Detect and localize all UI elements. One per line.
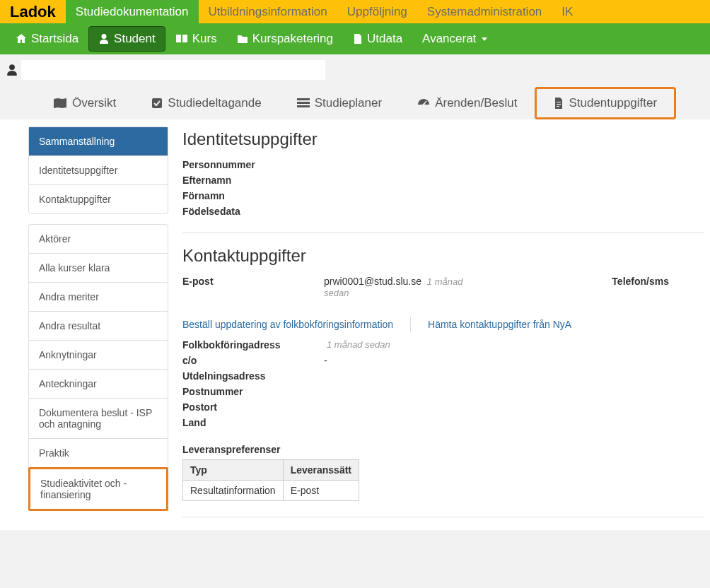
prefs-col-typ: Typ <box>183 460 284 481</box>
logo: Ladok <box>0 0 66 23</box>
svg-rect-0 <box>152 98 162 108</box>
link-bestall-folkbok[interactable]: Beställ uppdatering av folkbokföringsinf… <box>182 319 393 330</box>
book-icon <box>175 34 188 44</box>
header-area: Översikt Studiedeltagande Studieplaner Ä… <box>0 54 710 119</box>
tab-studieplaner-label: Studieplaner <box>315 96 382 110</box>
value-epost: prwi0001@stud.slu.se 1 månad sedan <box>324 276 465 298</box>
divider <box>182 233 704 233</box>
nav-student[interactable]: Student <box>88 26 165 52</box>
divider-bottom <box>182 517 704 517</box>
label-postnummer: Postnummer <box>182 386 324 397</box>
nav-utdata-label: Utdata <box>367 32 402 46</box>
home-icon <box>16 33 27 45</box>
sidebar-item-aktorer[interactable]: Aktörer <box>29 225 168 254</box>
nav-utdata[interactable]: Utdata <box>343 26 412 52</box>
person-icon <box>6 63 18 77</box>
contact-title: Kontaktuppgifter <box>182 246 704 266</box>
folder-icon <box>237 34 248 44</box>
tab-oversikt-label: Översikt <box>72 96 116 110</box>
nav-avancerat[interactable]: Avancerat <box>412 26 497 52</box>
link-hamta-nya[interactable]: Hämta kontaktuppgifter från NyA <box>428 319 571 330</box>
tab-studentuppgifter-label: Studentuppgifter <box>569 96 657 110</box>
prefs-row-type: Resultatinformation <box>183 481 284 501</box>
identity-title: Identitetsuppgifter <box>182 129 704 149</box>
email-row: E-post prwi0001@stud.slu.se 1 månad seda… <box>182 276 704 298</box>
value-co: - <box>324 355 327 366</box>
label-fornamn: Förnamn <box>182 190 225 201</box>
prefs-row-val: E-post <box>283 481 359 501</box>
nav-kurs[interactable]: Kurs <box>165 26 227 52</box>
green-bar: Startsida Student Kurs Kurspaketering Ut… <box>0 23 710 54</box>
nav-kurs-label: Kurs <box>192 32 217 46</box>
svg-rect-6 <box>557 104 561 105</box>
label-postort: Postort <box>182 401 324 413</box>
svg-rect-2 <box>297 102 310 104</box>
prefs-title: Leveranspreferenser <box>182 444 704 455</box>
sidebar-item-anknytningar[interactable]: Anknytningar <box>29 341 168 370</box>
label-efternamn: Efternamn <box>182 175 231 186</box>
vertical-divider <box>410 317 411 332</box>
sidebar-item-studieaktivitet[interactable]: Studieaktivitet och -finansiering <box>28 467 168 511</box>
user-row <box>0 59 710 81</box>
map-icon <box>53 98 67 109</box>
sidebar-item-praktik[interactable]: Praktik <box>29 439 168 468</box>
topnav-studiedokumentation[interactable]: Studiedokumentation <box>66 0 199 23</box>
svg-rect-5 <box>557 102 561 102</box>
label-co: c/o <box>182 355 324 366</box>
tab-studentuppgifter[interactable]: Studentuppgifter <box>535 87 676 119</box>
sidebar-item-andra-resultat[interactable]: Andra resultat <box>29 312 168 341</box>
sidebar-item-identitetsuppgifter[interactable]: Identitetsuppgifter <box>29 156 168 185</box>
dashboard-icon <box>417 98 430 108</box>
prefs-table: Typ Leveranssätt Resultatinformation E-p… <box>182 459 359 501</box>
chevron-down-icon <box>482 37 487 41</box>
svg-rect-3 <box>297 105 310 107</box>
svg-rect-1 <box>297 98 310 100</box>
sidebar-item-anteckningar[interactable]: Anteckningar <box>29 370 168 399</box>
file-icon <box>353 33 363 45</box>
tab-studieplaner[interactable]: Studieplaner <box>279 87 400 119</box>
nav-startsida-label: Startsida <box>31 32 78 46</box>
content: Sammanställning Identitetsuppgifter Kont… <box>0 119 710 530</box>
sidebar-item-kontaktuppgifter[interactable]: Kontaktuppgifter <box>29 185 168 213</box>
sidebar-item-andra-meriter[interactable]: Andra meriter <box>29 283 168 312</box>
list-icon <box>297 98 310 108</box>
nav-kurspaketering-label: Kurspaketering <box>252 32 333 46</box>
nav-student-label: Student <box>114 32 156 46</box>
links-row: Beställ uppdatering av folkbokföringsinf… <box>182 317 704 332</box>
topnav-ik[interactable]: IK <box>552 0 583 23</box>
topnav-utbildningsinformation[interactable]: Utbildningsinformation <box>199 0 337 23</box>
top-nav: Studiedokumentation Utbildningsinformati… <box>66 0 583 23</box>
user-icon <box>98 33 110 45</box>
prefs-col-leveranssatt: Leveranssätt <box>283 460 359 481</box>
svg-rect-7 <box>557 106 559 107</box>
nav-avancerat-label: Avancerat <box>422 32 476 46</box>
topnav-uppfoljning[interactable]: Uppföljning <box>337 0 417 23</box>
tab-studiedeltagande[interactable]: Studiedeltagande <box>134 87 279 119</box>
label-fodelsedata: Födelsedata <box>182 206 240 217</box>
top-bar: Ladok Studiedokumentation Utbildningsinf… <box>0 0 710 23</box>
label-epost: E-post <box>182 276 324 287</box>
tab-studiedeltagande-label: Studiedeltagande <box>168 96 261 110</box>
nav-kurspaketering[interactable]: Kurspaketering <box>227 26 343 52</box>
user-name-box <box>21 60 325 80</box>
label-land: Land <box>182 417 324 428</box>
table-row: Resultatinformation E-post <box>183 481 359 501</box>
tab-arenden-label: Ärenden/Beslut <box>435 96 517 110</box>
tab-bar: Översikt Studiedeltagande Studieplaner Ä… <box>0 81 710 119</box>
tab-arenden[interactable]: Ärenden/Beslut <box>400 87 535 119</box>
sidebar-group-1: Sammanställning Identitetsuppgifter Kont… <box>28 127 168 214</box>
document-icon <box>554 97 564 110</box>
topnav-systemadministration[interactable]: Systemadministration <box>417 0 552 23</box>
folkbok-age: 1 månad sedan <box>327 339 390 351</box>
sidebar-item-alla-kurser-klara[interactable]: Alla kurser klara <box>29 254 168 283</box>
label-utdelning: Utdelningsadress <box>182 370 324 382</box>
sidebar: Sammanställning Identitetsuppgifter Kont… <box>28 127 168 530</box>
email-value-text: prwi0001@stud.slu.se <box>324 276 421 287</box>
tab-oversikt[interactable]: Översikt <box>35 87 134 119</box>
nav-startsida[interactable]: Startsida <box>6 26 88 52</box>
sidebar-item-sammanstallning[interactable]: Sammanställning <box>29 127 168 156</box>
sidebar-group-2: Aktörer Alla kurser klara Andra meriter … <box>28 224 168 511</box>
prefs-section: Leveranspreferenser Typ Leveranssätt Res… <box>182 444 704 501</box>
check-square-icon <box>151 98 163 109</box>
sidebar-item-dokumentera-beslut[interactable]: Dokumentera beslut - ISP och antagning <box>29 399 168 439</box>
